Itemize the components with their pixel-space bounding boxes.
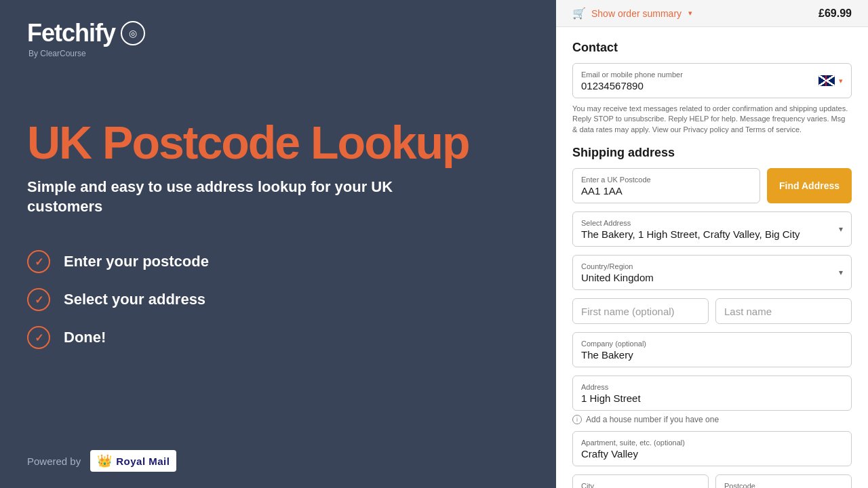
last-name-placeholder: Last name [724,306,772,317]
powered-by-label: Powered by [27,455,81,467]
order-price: £69.99 [818,7,852,20]
select-chevron-icon: ▾ [839,224,843,234]
right-panel: 🛒 Show order summary ▾ £69.99 Contact Em… [556,0,868,488]
royal-mail-badge: 👑 Royal Mail [90,450,176,472]
country-dropdown[interactable]: Country/Region United Kingdom ▾ [572,255,852,290]
cart-icon: 🛒 [572,7,586,20]
form-area: Contact Email or mobile phone number 012… [556,27,868,488]
uk-flag-icon [818,75,835,86]
apartment-label: Apartment, suite, etc. (optional) [581,439,843,447]
company-label: Company (optional) [581,340,843,348]
order-summary-link[interactable]: Show order summary [591,8,682,19]
postcode-value: AA1 1AA [581,185,623,197]
info-icon: i [572,415,582,424]
by-clearcourse: By ClearCourse [28,49,529,58]
powered-by: Powered by 👑 Royal Mail [27,450,176,472]
country-chevron-icon: ▾ [839,268,843,277]
find-address-button[interactable]: Find Address [767,168,852,203]
select-address-dropdown[interactable]: Select Address The Bakery, 1 High Street… [572,211,852,247]
address-note: i Add a house number if you have one [572,415,852,424]
email-field[interactable]: Email or mobile phone number 01234567890… [572,63,852,98]
order-summary-left[interactable]: 🛒 Show order summary ▾ [572,7,692,20]
shipping-title: Shipping address [572,146,852,160]
logo-area: Fetchify By ClearCourse [27,19,529,58]
address-label: Address [581,383,843,391]
postcode-row: Enter a UK Postcode AA1 1AA Find Address [572,168,852,203]
apartment-value: Crafty Valley [581,448,638,460]
select-address-value: The Bakery, 1 High Street, Crafty Valley… [581,228,800,240]
logo-top: Fetchify [27,19,529,47]
apartment-field[interactable]: Apartment, suite, etc. (optional) Crafty… [572,431,852,466]
main-heading: UK Postcode Lookup [27,119,529,165]
step-3: Done! [27,326,529,349]
step-2-text: Select your address [64,291,205,308]
contact-title: Contact [572,41,852,55]
country-value: United Kingdom [581,272,654,283]
steps-list: Enter your postcode Select your address … [27,250,529,349]
flag-selector[interactable]: ▾ [818,75,843,86]
country-label: Country/Region [581,262,843,270]
left-panel: Fetchify By ClearCourse UK Postcode Look… [0,0,556,488]
step-2-icon [27,288,50,311]
step-1-text: Enter your postcode [64,253,209,270]
postcode2-field[interactable]: Postcode AA1 1AA [715,474,852,488]
company-value: The Bakery [581,349,633,361]
address-note-text: Add a house number if you have one [586,415,719,424]
postcode-input[interactable]: Enter a UK Postcode AA1 1AA [572,168,760,203]
select-address-label: Select Address [581,219,843,227]
last-name-field[interactable]: Last name [715,298,852,324]
logo-icon [121,21,145,45]
name-row: First name (optional) Last name [572,298,852,324]
sub-heading: Simple and easy to use address lookup fo… [27,178,434,216]
order-summary-bar: 🛒 Show order summary ▾ £69.99 [556,0,868,27]
first-name-field[interactable]: First name (optional) [572,298,709,324]
city-postcode-row: City Big City Postcode AA1 1AA [572,474,852,488]
step-3-icon [27,326,50,349]
step-1: Enter your postcode [27,250,529,273]
postcode2-label: Postcode [724,482,843,488]
email-value: 01234567890 [581,80,644,92]
flag-chevron-icon: ▾ [839,77,843,85]
sms-notice: You may receive text messages related to… [572,104,852,135]
contact-section: Contact Email or mobile phone number 012… [572,41,852,135]
address-value: 1 High Street [581,392,641,404]
chevron-down-icon: ▾ [688,9,692,18]
city-label: City [581,482,700,488]
logo-text: Fetchify [27,19,115,47]
first-name-placeholder: First name (optional) [581,306,675,317]
royal-mail-text: Royal Mail [116,455,170,467]
step-2: Select your address [27,288,529,311]
company-field[interactable]: Company (optional) The Bakery [572,332,852,367]
city-field[interactable]: City Big City [572,474,709,488]
address-field[interactable]: Address 1 High Street [572,375,852,411]
royal-mail-crown-icon: 👑 [97,453,112,468]
step-1-icon [27,250,50,273]
step-3-text: Done! [64,329,106,346]
shipping-section: Shipping address Enter a UK Postcode AA1… [572,146,852,488]
postcode-label: Enter a UK Postcode [581,176,751,184]
email-label: Email or mobile phone number [581,70,843,79]
